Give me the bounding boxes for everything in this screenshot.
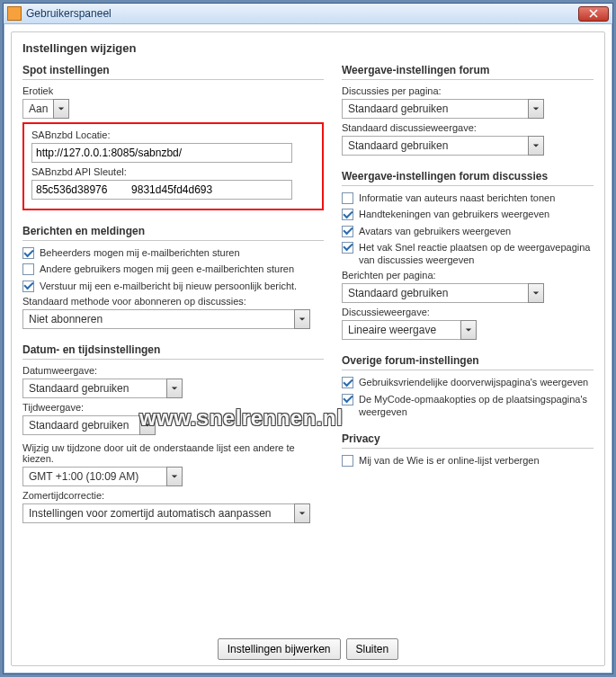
date-select[interactable]: Standaard gebruiken bbox=[22, 379, 183, 398]
time-select[interactable]: Standaard gebruiken bbox=[22, 415, 156, 435]
disc-view-select[interactable]: Lineaire weergave bbox=[342, 320, 477, 340]
titlebar: Gebruikerspaneel bbox=[4, 4, 612, 24]
checkbox-icon bbox=[342, 242, 353, 254]
close-button[interactable]: Sluiten bbox=[346, 638, 399, 660]
disc-per-page-select[interactable]: Standaard gebruiken bbox=[342, 283, 544, 303]
checkbox-icon bbox=[22, 247, 34, 259]
dst-select[interactable]: Instellingen voor zomertijd automatisch … bbox=[22, 503, 310, 523]
section-spot-heading: Spot instellingen bbox=[22, 64, 324, 80]
chk-mycode[interactable]: De MyCode-opmaakopties op de plaatsingsp… bbox=[342, 393, 594, 419]
checkbox-icon bbox=[22, 263, 34, 275]
sub-method-label: Standaard methode voor abonneren op disc… bbox=[22, 296, 324, 307]
chk-author-info[interactable]: Informatie van auteurs naast berichten t… bbox=[342, 192, 594, 204]
chk-signatures[interactable]: Handtekeningen van gebruikers weergeven bbox=[342, 208, 594, 220]
chevron-down-icon bbox=[166, 467, 183, 486]
chk-friendly-redirect[interactable]: Gebruiksvriendelijke doorverwijspagina's… bbox=[342, 376, 594, 388]
checkbox-icon bbox=[342, 192, 353, 204]
panel-title: Instellingen wijzigen bbox=[22, 41, 594, 55]
disc-view-label: Discussieweergave: bbox=[342, 307, 594, 317]
chevron-down-icon bbox=[166, 379, 183, 398]
app-icon bbox=[7, 6, 22, 21]
columns: www.snelrennen.nl Spot instellingen Erot… bbox=[22, 64, 594, 631]
disc-view-value: Lineaire weergave bbox=[342, 320, 460, 340]
erotiek-label: Erotiek bbox=[22, 85, 324, 96]
forum-view-select[interactable]: Standaard gebruiken bbox=[342, 136, 544, 156]
right-column: Weergave-instellingen forum Discussies p… bbox=[342, 64, 594, 631]
close-icon bbox=[589, 9, 598, 18]
chevron-down-icon bbox=[139, 415, 156, 435]
erotiek-value: Aan bbox=[22, 99, 53, 119]
update-button[interactable]: Instellingen bijwerken bbox=[218, 638, 341, 660]
sab-loc-input[interactable] bbox=[31, 143, 292, 163]
left-column: Spot instellingen Erotiek Aan SABnzbd Lo… bbox=[22, 64, 324, 631]
time-label: Tijdweergave: bbox=[22, 402, 324, 413]
chevron-down-icon bbox=[294, 309, 310, 329]
sub-method-select[interactable]: Niet abonneren bbox=[22, 309, 310, 329]
chk-others-email[interactable]: Andere gebruikers mogen mij geen e-mailb… bbox=[22, 263, 324, 275]
window-frame: Gebruikerspaneel Instellingen wijzigen w… bbox=[3, 3, 613, 674]
dst-value: Instellingen voor zomertijd automatisch … bbox=[22, 503, 294, 523]
checkbox-icon bbox=[342, 394, 353, 405]
sab-loc-label: SABnzbd Locatie: bbox=[31, 129, 315, 140]
checkbox-icon bbox=[342, 226, 353, 237]
forum-view-value: Standaard gebruiken bbox=[342, 136, 528, 156]
forum-per-page-value: Standaard gebruiken bbox=[342, 99, 528, 119]
tz-value: GMT +1:00 (10:09 AM) bbox=[22, 467, 166, 486]
window-title: Gebruikerspaneel bbox=[26, 7, 578, 20]
chk-quick-reply[interactable]: Het vak Snel reactie plaatsen op de weer… bbox=[342, 241, 594, 267]
erotiek-select[interactable]: Aan bbox=[22, 99, 69, 119]
dst-label: Zomertijdcorrectie: bbox=[22, 490, 324, 501]
sabnzbd-highlight-box: SABnzbd Locatie: SABnzbd API Sleutel: bbox=[22, 122, 324, 210]
chevron-down-icon bbox=[528, 99, 544, 119]
disc-per-page-value: Standaard gebruiken bbox=[342, 283, 528, 303]
forum-per-page-label: Discussies per pagina: bbox=[342, 85, 594, 96]
tz-hint: Wijzig uw tijdzone door uit de onderstaa… bbox=[22, 442, 324, 464]
time-value: Standaard gebruiken bbox=[22, 415, 139, 435]
checkbox-icon bbox=[22, 281, 34, 292]
checkbox-icon bbox=[342, 377, 353, 388]
content-area: Instellingen wijzigen www.snelrennen.nl … bbox=[4, 24, 612, 673]
section-msgs-heading: Berichten en meldingen bbox=[22, 225, 324, 241]
window-close-button[interactable] bbox=[578, 6, 609, 22]
checkbox-icon bbox=[342, 209, 353, 220]
chevron-down-icon bbox=[528, 283, 544, 303]
section-other-heading: Overige forum-instellingen bbox=[342, 354, 594, 370]
chk-admin-email[interactable]: Beheerders mogen mij e-mailberichten stu… bbox=[22, 246, 324, 259]
date-label: Datumweergave: bbox=[22, 365, 324, 376]
chevron-down-icon bbox=[294, 503, 310, 523]
section-dt-heading: Datum- en tijdsinstellingen bbox=[22, 343, 324, 360]
footer-buttons: Instellingen bijwerken Sluiten bbox=[22, 631, 594, 660]
sub-method-value: Niet abonneren bbox=[22, 309, 294, 329]
sab-key-input[interactable] bbox=[31, 180, 292, 200]
chevron-down-icon bbox=[528, 136, 544, 156]
section-disc-heading: Weergave-instellingen forum discussies bbox=[342, 170, 594, 186]
chevron-down-icon bbox=[460, 320, 477, 340]
forum-per-page-select[interactable]: Standaard gebruiken bbox=[342, 99, 544, 119]
disc-per-page-label: Berichten per pagina: bbox=[342, 270, 594, 281]
chk-hide-online[interactable]: Mij van de Wie is er online-lijst verber… bbox=[342, 454, 594, 467]
section-privacy-heading: Privacy bbox=[342, 432, 594, 449]
section-forum-heading: Weergave-instellingen forum bbox=[342, 64, 594, 80]
checkbox-icon bbox=[342, 455, 353, 467]
tz-select[interactable]: GMT +1:00 (10:09 AM) bbox=[22, 467, 183, 486]
chk-avatars[interactable]: Avatars van gebruikers weergeven bbox=[342, 225, 594, 237]
forum-view-label: Standaard discussieweergave: bbox=[342, 122, 594, 133]
chk-pm-email[interactable]: Verstuur mij een e-mailbericht bij nieuw… bbox=[22, 280, 324, 292]
sab-key-label: SABnzbd API Sleutel: bbox=[31, 166, 315, 177]
date-value: Standaard gebruiken bbox=[22, 379, 166, 398]
settings-panel: Instellingen wijzigen www.snelrennen.nl … bbox=[11, 31, 605, 666]
chevron-down-icon bbox=[53, 99, 69, 119]
